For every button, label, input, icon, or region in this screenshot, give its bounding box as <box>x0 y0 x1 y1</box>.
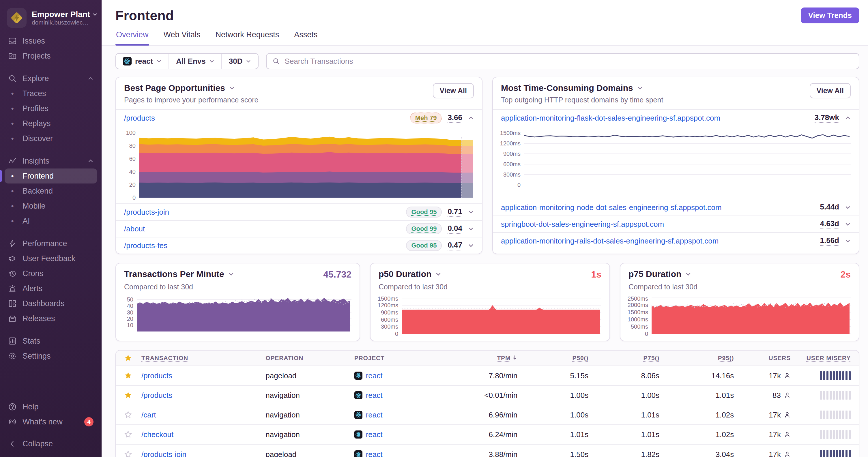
search-box[interactable] <box>266 53 859 69</box>
chevron-down-icon[interactable] <box>845 221 851 227</box>
domain-row[interactable]: springboot-dot-sales-engineering-sf.apps… <box>493 216 859 232</box>
project-link[interactable]: react <box>366 391 383 400</box>
web-vitals-chart[interactable]: 100806040200 <box>120 130 475 198</box>
column-header-transaction[interactable]: TRANSACTION <box>142 355 266 361</box>
best-page-row[interactable]: /products-fesGood 950.47 <box>116 237 482 254</box>
sidebar-item-ai[interactable]: •AI <box>0 214 101 228</box>
transaction-link[interactable]: /products <box>142 391 266 400</box>
tab-web-vitals[interactable]: Web Vitals <box>163 28 201 45</box>
domain-link[interactable]: application-monitoring-rails-dot-sales-e… <box>501 236 718 246</box>
column-header-p75[interactable]: P75() <box>588 355 659 361</box>
sidebar-item-alerts[interactable]: Alerts <box>0 281 101 296</box>
column-header-project[interactable]: PROJECT <box>354 355 443 361</box>
project-filter[interactable]: react <box>116 54 169 69</box>
sidebar-item-issues[interactable]: Issues <box>0 33 101 48</box>
metric-chart-p50[interactable]: 1500ms1200ms900ms600ms300ms0 <box>374 296 602 334</box>
star-filled-icon[interactable] <box>124 391 132 399</box>
sidebar-item-help[interactable]: Help <box>0 399 101 414</box>
chevron-down-icon[interactable] <box>468 242 474 249</box>
tab-network-requests[interactable]: Network Requests <box>215 28 280 45</box>
sidebar-item-performance[interactable]: Performance <box>0 236 101 251</box>
star-filled-icon[interactable] <box>124 371 132 380</box>
chevron-up-icon[interactable] <box>468 115 474 121</box>
domain-link[interactable]: application-monitoring-node-dot-sales-en… <box>501 203 722 212</box>
table-row[interactable]: /productsnavigationreact<0.01/min1.00s1.… <box>116 386 859 405</box>
view-all-button[interactable]: View All <box>810 83 851 98</box>
project-link[interactable]: react <box>366 450 383 457</box>
chevron-up-icon[interactable] <box>845 115 851 121</box>
table-row[interactable]: /checkoutnavigationreact6.24/min1.01s1.0… <box>116 425 859 445</box>
table-row[interactable]: /productspageloadreact7.80/min5.15s8.06s… <box>116 366 859 386</box>
transaction-link[interactable]: /about <box>124 225 145 233</box>
view-all-button[interactable]: View All <box>433 83 474 98</box>
column-header-tpm[interactable]: TPM <box>443 355 517 361</box>
tab-assets[interactable]: Assets <box>293 28 318 45</box>
domain-row[interactable]: application-monitoring-rails-dot-sales-e… <box>493 232 859 249</box>
chevron-down-icon[interactable] <box>468 226 474 232</box>
column-header-p50[interactable]: P50() <box>517 355 588 361</box>
chevron-down-icon[interactable] <box>228 271 234 277</box>
sidebar-item-collapse[interactable]: Collapse <box>0 436 101 451</box>
best-page-row[interactable]: /productsMeh 793.66 <box>116 109 482 126</box>
view-trends-button[interactable]: View Trends <box>801 7 859 23</box>
table-row[interactable]: /cartnavigationreact6.96/min1.00s1.01s1.… <box>116 405 859 425</box>
sidebar-item-what-s-new[interactable]: What's new4 <box>0 414 101 429</box>
column-header-users[interactable]: USERS <box>734 355 790 361</box>
transaction-link[interactable]: /products-join <box>142 450 266 457</box>
sidebar-item-backend[interactable]: •Backend <box>0 184 101 198</box>
domain-row[interactable]: application-monitoring-node-dot-sales-en… <box>493 199 859 216</box>
sidebar-item-settings[interactable]: Settings <box>0 349 101 363</box>
sidebar-item-projects[interactable]: Projects <box>0 48 101 63</box>
chevron-up-icon[interactable] <box>88 158 93 164</box>
star-icon[interactable] <box>124 354 132 362</box>
sidebar-group-insights[interactable]: Insights <box>0 154 101 168</box>
star-outline-icon[interactable] <box>124 450 132 457</box>
metric-chart-tpm[interactable]: 5040302010 <box>120 296 352 331</box>
date-range-filter[interactable]: 30D <box>222 54 258 69</box>
column-header-p95[interactable]: P95() <box>659 355 734 361</box>
project-link[interactable]: react <box>366 430 383 439</box>
transaction-link[interactable]: /cart <box>142 411 266 420</box>
transaction-link[interactable]: /products-join <box>124 208 169 217</box>
sidebar-item-replays[interactable]: •Replays <box>0 116 101 131</box>
sidebar-item-stats[interactable]: Stats <box>0 333 101 349</box>
column-header-operation[interactable]: OPERATION <box>266 355 354 361</box>
metric-chart-p75[interactable]: 2500ms2000ms1500ms1000ms500ms0 <box>624 296 852 334</box>
chevron-down-icon[interactable] <box>685 271 691 277</box>
project-link[interactable]: react <box>366 411 383 420</box>
chevron-down-icon[interactable] <box>468 209 474 215</box>
tab-overview[interactable]: Overview <box>116 28 149 45</box>
domain-link[interactable]: application-monitoring-flask-dot-sales-e… <box>501 114 720 123</box>
best-page-row[interactable]: /products-joinGood 950.71 <box>116 203 482 220</box>
sidebar-item-discover[interactable]: •Discover <box>0 131 101 146</box>
column-header-usermisery[interactable]: USER MISERY <box>790 355 851 361</box>
transaction-link[interactable]: /products-fes <box>124 241 167 250</box>
star-outline-icon[interactable] <box>124 430 132 438</box>
env-filter[interactable]: All Envs <box>169 54 222 69</box>
chevron-down-icon[interactable] <box>637 85 643 91</box>
sidebar-item-crons[interactable]: Crons <box>0 266 101 281</box>
transaction-link[interactable]: /products <box>124 114 155 123</box>
sidebar-item-dashboards[interactable]: Dashboards <box>0 296 101 311</box>
domain-link[interactable]: springboot-dot-sales-engineering-sf.apps… <box>501 220 664 229</box>
domain-duration-chart[interactable]: 1500ms1200ms900ms600ms300ms0 <box>496 130 852 185</box>
chevron-down-icon[interactable] <box>435 271 441 277</box>
transaction-link[interactable]: /checkout <box>142 430 266 439</box>
transaction-link[interactable]: /products <box>142 371 266 380</box>
sidebar-item-mobile[interactable]: •Mobile <box>0 198 101 214</box>
chevron-down-icon[interactable] <box>845 238 851 244</box>
chevron-down-icon[interactable] <box>845 204 851 210</box>
sidebar-group-explore[interactable]: Explore <box>0 71 101 86</box>
sidebar-item-releases[interactable]: Releases <box>0 311 101 326</box>
star-outline-icon[interactable] <box>124 411 132 419</box>
chevron-up-icon[interactable] <box>88 75 93 81</box>
search-input[interactable] <box>284 57 853 66</box>
sidebar-item-traces[interactable]: •Traces <box>0 86 101 101</box>
best-page-row[interactable]: /aboutGood 990.04 <box>116 220 482 237</box>
sidebar-item-user-feedback[interactable]: User Feedback <box>0 251 101 266</box>
org-switcher[interactable]: Empower Plant dominik.buszowiec… <box>0 6 101 33</box>
chevron-down-icon[interactable] <box>229 85 235 91</box>
domain-row[interactable]: application-monitoring-flask-dot-sales-e… <box>493 109 859 126</box>
sidebar-item-profiles[interactable]: •Profiles <box>0 101 101 116</box>
table-row[interactable]: /products-joinpageloadreact3.88/min1.50s… <box>116 445 859 457</box>
